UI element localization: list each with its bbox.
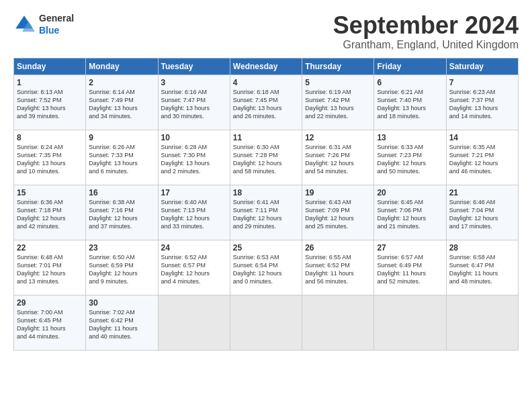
calendar-cell: 6Sunrise: 6:21 AM Sunset: 7:40 PM Daylig…	[374, 75, 446, 130]
calendar-table: Sunday Monday Tuesday Wednesday Thursday…	[13, 58, 519, 351]
cell-info: Sunrise: 6:33 AM Sunset: 7:23 PM Dayligh…	[377, 143, 443, 176]
calendar-cell	[446, 295, 518, 350]
col-friday: Friday	[374, 58, 446, 75]
calendar-cell: 15Sunrise: 6:36 AM Sunset: 7:18 PM Dayli…	[14, 185, 86, 240]
day-number: 26	[305, 243, 371, 253]
calendar-cell: 7Sunrise: 6:23 AM Sunset: 7:37 PM Daylig…	[446, 75, 518, 130]
calendar-cell	[302, 295, 374, 350]
cell-info: Sunrise: 6:35 AM Sunset: 7:21 PM Dayligh…	[449, 143, 515, 176]
logo-icon	[13, 13, 35, 35]
day-number: 10	[161, 133, 227, 142]
day-number: 24	[161, 243, 227, 253]
calendar-cell: 13Sunrise: 6:33 AM Sunset: 7:23 PM Dayli…	[374, 130, 446, 185]
calendar-week-1: 8Sunrise: 6:24 AM Sunset: 7:35 PM Daylig…	[14, 130, 519, 185]
day-number: 2	[89, 78, 154, 87]
calendar-cell: 21Sunrise: 6:46 AM Sunset: 7:04 PM Dayli…	[446, 185, 518, 240]
header-area: General Blue September 2024 Grantham, En…	[13, 12, 519, 51]
day-number: 30	[89, 298, 154, 308]
calendar-week-2: 15Sunrise: 6:36 AM Sunset: 7:18 PM Dayli…	[14, 185, 519, 240]
calendar-cell: 4Sunrise: 6:18 AM Sunset: 7:45 PM Daylig…	[230, 75, 302, 130]
day-number: 27	[377, 243, 443, 253]
logo-text: General Blue	[39, 12, 74, 36]
cell-info: Sunrise: 6:13 AM Sunset: 7:52 PM Dayligh…	[17, 88, 83, 121]
calendar-cell: 18Sunrise: 6:41 AM Sunset: 7:11 PM Dayli…	[230, 185, 302, 240]
day-number: 7	[449, 78, 515, 87]
calendar-week-4: 29Sunrise: 7:00 AM Sunset: 6:45 PM Dayli…	[14, 295, 519, 350]
cell-info: Sunrise: 6:24 AM Sunset: 7:35 PM Dayligh…	[17, 143, 83, 176]
day-number: 20	[377, 188, 443, 197]
day-number: 12	[305, 133, 371, 142]
cell-info: Sunrise: 6:26 AM Sunset: 7:33 PM Dayligh…	[89, 143, 154, 176]
day-number: 23	[89, 243, 154, 253]
calendar-cell: 2Sunrise: 6:14 AM Sunset: 7:49 PM Daylig…	[86, 75, 158, 130]
cell-info: Sunrise: 6:41 AM Sunset: 7:11 PM Dayligh…	[233, 198, 299, 231]
day-number: 17	[161, 188, 227, 197]
calendar-cell: 27Sunrise: 6:57 AM Sunset: 6:49 PM Dayli…	[374, 240, 446, 295]
col-saturday: Saturday	[446, 58, 518, 75]
day-number: 13	[377, 133, 443, 142]
calendar-cell: 19Sunrise: 6:43 AM Sunset: 7:09 PM Dayli…	[302, 185, 374, 240]
cell-info: Sunrise: 6:16 AM Sunset: 7:47 PM Dayligh…	[161, 88, 227, 121]
day-number: 16	[89, 188, 154, 197]
cell-info: Sunrise: 6:38 AM Sunset: 7:16 PM Dayligh…	[89, 198, 154, 231]
col-wednesday: Wednesday	[230, 58, 302, 75]
col-monday: Monday	[86, 58, 158, 75]
calendar-body: 1Sunrise: 6:13 AM Sunset: 7:52 PM Daylig…	[14, 75, 519, 350]
day-number: 9	[89, 133, 154, 142]
calendar-cell: 28Sunrise: 6:58 AM Sunset: 6:47 PM Dayli…	[446, 240, 518, 295]
day-number: 1	[17, 78, 83, 87]
day-number: 11	[233, 133, 299, 142]
col-thursday: Thursday	[302, 58, 374, 75]
calendar-cell: 8Sunrise: 6:24 AM Sunset: 7:35 PM Daylig…	[14, 130, 86, 185]
logo-blue: Blue	[39, 25, 59, 36]
day-number: 15	[17, 188, 83, 197]
location-subtitle: Grantham, England, United Kingdom	[333, 39, 519, 51]
cell-info: Sunrise: 7:02 AM Sunset: 6:42 PM Dayligh…	[89, 308, 154, 341]
calendar-cell: 9Sunrise: 6:26 AM Sunset: 7:33 PM Daylig…	[86, 130, 158, 185]
calendar-cell: 12Sunrise: 6:31 AM Sunset: 7:26 PM Dayli…	[302, 130, 374, 185]
day-number: 4	[233, 78, 299, 87]
cell-info: Sunrise: 6:18 AM Sunset: 7:45 PM Dayligh…	[233, 88, 299, 121]
day-number: 3	[161, 78, 227, 87]
col-tuesday: Tuesday	[158, 58, 230, 75]
logo-general: General	[39, 13, 74, 24]
calendar-cell: 29Sunrise: 7:00 AM Sunset: 6:45 PM Dayli…	[14, 295, 86, 350]
day-number: 28	[449, 243, 515, 253]
cell-info: Sunrise: 7:00 AM Sunset: 6:45 PM Dayligh…	[17, 308, 83, 341]
calendar-cell: 3Sunrise: 6:16 AM Sunset: 7:47 PM Daylig…	[158, 75, 230, 130]
calendar-cell	[374, 295, 446, 350]
cell-info: Sunrise: 6:46 AM Sunset: 7:04 PM Dayligh…	[449, 198, 515, 231]
calendar-cell: 25Sunrise: 6:53 AM Sunset: 6:54 PM Dayli…	[230, 240, 302, 295]
cell-info: Sunrise: 6:58 AM Sunset: 6:47 PM Dayligh…	[449, 253, 515, 286]
cell-info: Sunrise: 6:43 AM Sunset: 7:09 PM Dayligh…	[305, 198, 371, 231]
cell-info: Sunrise: 6:30 AM Sunset: 7:28 PM Dayligh…	[233, 143, 299, 176]
day-number: 21	[449, 188, 515, 197]
calendar-cell: 16Sunrise: 6:38 AM Sunset: 7:16 PM Dayli…	[86, 185, 158, 240]
calendar-cell: 20Sunrise: 6:45 AM Sunset: 7:06 PM Dayli…	[374, 185, 446, 240]
calendar-cell: 24Sunrise: 6:52 AM Sunset: 6:57 PM Dayli…	[158, 240, 230, 295]
day-number: 25	[233, 243, 299, 253]
calendar-week-0: 1Sunrise: 6:13 AM Sunset: 7:52 PM Daylig…	[14, 75, 519, 130]
cell-info: Sunrise: 6:23 AM Sunset: 7:37 PM Dayligh…	[449, 88, 515, 121]
cell-info: Sunrise: 6:36 AM Sunset: 7:18 PM Dayligh…	[17, 198, 83, 231]
calendar-cell: 10Sunrise: 6:28 AM Sunset: 7:30 PM Dayli…	[158, 130, 230, 185]
day-number: 19	[305, 188, 371, 197]
calendar-cell: 26Sunrise: 6:55 AM Sunset: 6:52 PM Dayli…	[302, 240, 374, 295]
cell-info: Sunrise: 6:40 AM Sunset: 7:13 PM Dayligh…	[161, 198, 227, 231]
cell-info: Sunrise: 6:48 AM Sunset: 7:01 PM Dayligh…	[17, 253, 83, 286]
calendar-cell: 11Sunrise: 6:30 AM Sunset: 7:28 PM Dayli…	[230, 130, 302, 185]
title-area: September 2024 Grantham, England, United…	[333, 12, 519, 51]
day-number: 18	[233, 188, 299, 197]
calendar-cell: 1Sunrise: 6:13 AM Sunset: 7:52 PM Daylig…	[14, 75, 86, 130]
calendar-cell	[230, 295, 302, 350]
cell-info: Sunrise: 6:19 AM Sunset: 7:42 PM Dayligh…	[305, 88, 371, 121]
month-title: September 2024	[333, 12, 519, 39]
cell-info: Sunrise: 6:50 AM Sunset: 6:59 PM Dayligh…	[89, 253, 154, 286]
day-number: 8	[17, 133, 83, 142]
cell-info: Sunrise: 6:52 AM Sunset: 6:57 PM Dayligh…	[161, 253, 227, 286]
cell-info: Sunrise: 6:21 AM Sunset: 7:40 PM Dayligh…	[377, 88, 443, 121]
cell-info: Sunrise: 6:55 AM Sunset: 6:52 PM Dayligh…	[305, 253, 371, 286]
cell-info: Sunrise: 6:45 AM Sunset: 7:06 PM Dayligh…	[377, 198, 443, 231]
day-number: 5	[305, 78, 371, 87]
header-row: Sunday Monday Tuesday Wednesday Thursday…	[14, 58, 519, 75]
